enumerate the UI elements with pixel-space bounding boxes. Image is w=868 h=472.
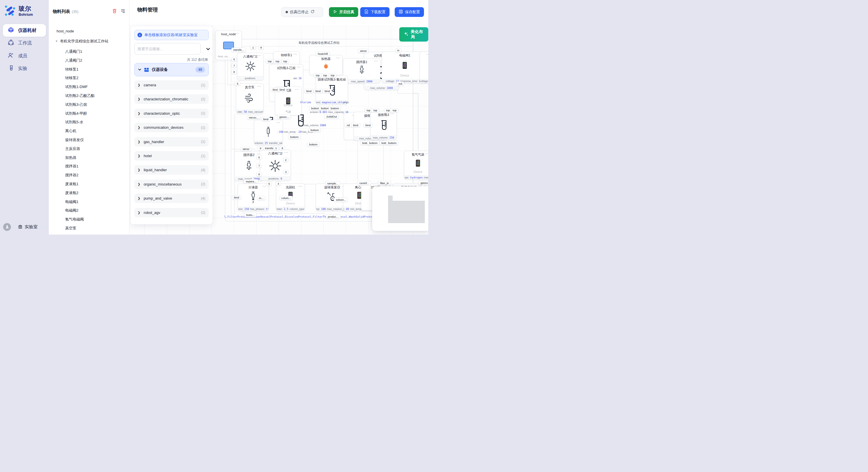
node-menu-icon[interactable]: •••: [284, 151, 288, 154]
tree-item[interactable]: 电磁阀2: [65, 208, 79, 213]
port-pill-bottom[interactable]: bottom: [288, 135, 301, 139]
save-config-button[interactable]: 保存配置: [395, 7, 424, 17]
tree-item[interactable]: 氢气电磁阀: [65, 217, 84, 222]
chevron-down-icon[interactable]: ▼: [55, 40, 58, 43]
tree-root[interactable]: host_node: [57, 29, 74, 33]
tree-item[interactable]: 主反应器: [65, 146, 80, 151]
search-input[interactable]: [134, 43, 200, 55]
port-pill-bind[interactable]: bind: [304, 89, 313, 93]
port-pill-top[interactable]: top: [281, 59, 289, 63]
start-simulation-button[interactable]: 开启仿真: [329, 7, 358, 17]
port-pill-nd[interactable]: nd: [345, 123, 352, 127]
node-menu-icon[interactable]: •••: [293, 53, 298, 56]
tree-item[interactable]: 试剂瓶4-甲醇: [65, 111, 87, 116]
tree-item[interactable]: 试剂瓶3-己烷: [65, 102, 87, 107]
template-category-gas_handler[interactable]: ❯gas_handler(1): [134, 137, 209, 146]
sidebar-item-workflow[interactable]: 工作流: [3, 37, 46, 49]
canvas-node-搅拌器1[interactable]: 搅拌器1•••max_speed: 2000: [343, 58, 380, 83]
collapse-chevron-icon[interactable]: [206, 46, 210, 52]
port-pill-centrif[interactable]: centrif...: [358, 181, 371, 185]
tree-item[interactable]: 转移泵1: [65, 67, 79, 72]
port-pill-out[interactable]: out: [396, 81, 404, 86]
port-pill-8[interactable]: 8: [256, 172, 262, 176]
port-pill-bottom[interactable]: bottom: [309, 128, 321, 132]
port-pill-7[interactable]: 7: [231, 63, 237, 68]
port-pill-8[interactable]: 8: [231, 70, 237, 74]
node-menu-icon[interactable]: •••: [262, 185, 267, 188]
port-pill-bottom[interactable]: bottom: [386, 141, 398, 145]
canvas-node-八通阀门2[interactable]: 八通阀门2•••positions: 8: [260, 150, 291, 181]
sidebar-item-cube[interactable]: 仪器耗材: [3, 24, 46, 37]
port-pill-separa[interactable]: separa...: [244, 179, 258, 183]
canvas-node-接收瓶3[interactable]: 接收瓶3•••max_volume: 250: [370, 111, 397, 140]
port-pill-top[interactable]: top: [391, 108, 398, 112]
page-scrollbar-gutter[interactable]: [428, 0, 434, 236]
tree-item[interactable]: 试剂瓶2-乙酸乙酯: [65, 93, 95, 98]
tree-item[interactable]: 试剂瓶5-水: [65, 120, 84, 125]
port-pill-1[interactable]: 1: [273, 146, 279, 150]
port-pill-sample[interactable]: sample...: [325, 181, 340, 186]
tree-item[interactable]: 旋转蒸发仪: [65, 137, 84, 142]
canvas-node-八通阀门1[interactable]: 八通阀门1•••positions:: [237, 53, 264, 80]
tree-item[interactable]: 八通阀门2: [65, 58, 82, 63]
node-menu-icon[interactable]: •••: [257, 54, 261, 57]
port-pill-5[interactable]: 5: [235, 81, 240, 86]
port-pill-colum[interactable]: colum...: [279, 196, 293, 200]
port-pill-bind[interactable]: bind: [351, 123, 360, 127]
sidebar-item-members[interactable]: 成员: [3, 49, 46, 62]
port-pill-5[interactable]: 5: [267, 181, 272, 186]
port-pill-bind[interactable]: bind: [363, 123, 373, 127]
trash-icon[interactable]: [112, 9, 117, 14]
template-category-liquid_handler[interactable]: ❯liquid_handler(4): [134, 165, 209, 175]
template-category-hotel[interactable]: ❯hotel(1): [134, 151, 209, 161]
port-pill-bind[interactable]: bind: [278, 88, 287, 92]
port-pill-top[interactable]: top: [321, 73, 329, 77]
node-menu-icon[interactable]: •••: [236, 32, 239, 35]
template-category-camera[interactable]: ❯camera(1): [134, 80, 209, 90]
node-menu-icon[interactable]: •••: [342, 77, 346, 80]
port-pill-bind[interactable]: bind: [313, 89, 322, 93]
port-pill-heatchill[interactable]: heatchill: [316, 52, 330, 56]
tree-item[interactable]: 电磁阀1: [65, 199, 79, 204]
port-pill-gasso[interactable]: gasso...: [277, 115, 291, 119]
port-pill-6[interactable]: 6: [231, 57, 237, 61]
tree-item[interactable]: 试剂瓶1-DMF: [65, 84, 88, 90]
template-category-characterization_optic[interactable]: ❯characterization_optic(1): [134, 109, 209, 118]
port-pill-1[interactable]: 1: [250, 45, 256, 49]
beautify-layout-button[interactable]: 美化布局: [399, 27, 428, 42]
port-pill-SolidOut[interactable]: SolidOut: [324, 114, 339, 119]
port-pill-produc[interactable]: produc...: [326, 214, 340, 219]
port-pill-8[interactable]: 8: [258, 45, 264, 49]
tree-item[interactable]: 废液瓶1: [65, 181, 79, 187]
port-pill-bind[interactable]: bind: [322, 89, 332, 93]
port-pill-gasso[interactable]: gasso...: [418, 181, 428, 185]
port-pill-top[interactable]: top: [329, 73, 336, 77]
port-pill-3[interactable]: 3: [283, 170, 288, 174]
port-pill-2[interactable]: 2: [283, 158, 288, 162]
port-pill-bind[interactable]: bind: [261, 117, 270, 121]
port-pill-7[interactable]: 7: [256, 164, 262, 168]
port-pill-m[interactable]: m...: [257, 196, 266, 200]
node-menu-icon[interactable]: •••: [276, 121, 280, 124]
node-menu-icon[interactable]: •••: [374, 60, 378, 63]
port-pill-bottom[interactable]: bottom: [307, 142, 319, 146]
tree-item[interactable]: 废液瓶2: [65, 191, 79, 196]
port-pill-top[interactable]: top: [371, 108, 379, 112]
port-pill-vacuu[interactable]: vacuu...: [247, 115, 260, 120]
lab-switcher[interactable]: 实验室: [18, 224, 38, 230]
canvas-node[interactable]: •••voltage: 12: [420, 52, 428, 83]
template-category-pump_and_valve[interactable]: ❯pump_and_valve(4): [134, 194, 209, 203]
tree-item[interactable]: 搅拌器1: [65, 164, 79, 169]
minimap[interactable]: [372, 187, 428, 231]
node-menu-icon[interactable]: •••: [297, 66, 301, 69]
tree-item[interactable]: 真空泵: [65, 226, 76, 231]
node-menu-icon[interactable]: •••: [257, 85, 261, 88]
port-pill-8[interactable]: 8: [280, 146, 285, 150]
tree-item[interactable]: 离心机: [65, 129, 76, 134]
port-pill-bind[interactable]: bind: [232, 195, 241, 200]
port-pill-top[interactable]: top: [274, 59, 281, 63]
avatar[interactable]: [3, 223, 11, 231]
template-category-communication_devices[interactable]: ❯communication_devices(1): [134, 123, 209, 132]
collapse-list-icon[interactable]: [121, 9, 125, 14]
refresh-icon[interactable]: [311, 10, 315, 14]
